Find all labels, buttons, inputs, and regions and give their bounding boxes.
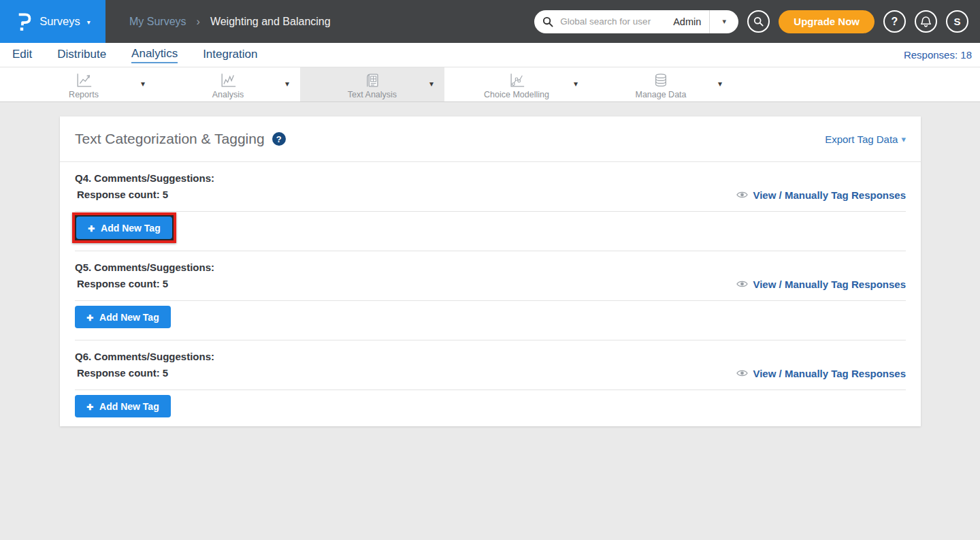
page-content: Text Categorization & Tagging ? Export T… [0,102,980,426]
search-button[interactable] [747,10,770,33]
tab-integration[interactable]: Integration [203,47,257,63]
chevron-down-icon [901,134,906,144]
question-section-q6: Q6. Comments/Suggestions: Response count… [60,340,921,422]
responses-count: Responses: 18 [904,49,972,61]
eye-icon [736,280,748,288]
response-count: Response count: 5 [75,188,168,202]
question-section-q4: Q4. Comments/Suggestions: Response count… [60,162,921,251]
topbar-actions: Admin Upgrade Now ? S [534,0,980,43]
survey-nav: Edit Distribute Analytics Integration Re… [0,43,980,67]
card-header: Text Categorization & Tagging ? Export T… [60,116,921,162]
toolbar-item-choice-modelling[interactable]: Choice Modelling [444,67,589,101]
search-icon [753,16,764,27]
divider [75,300,906,301]
question-label: Q6. Comments/Suggestions: [75,350,906,364]
chevron-down-icon[interactable] [429,79,434,89]
tab-edit[interactable]: Edit [12,47,32,63]
global-search-input[interactable] [559,16,673,27]
scatter-chart-icon [508,70,525,89]
annotation-highlight-box: Add New Tag [72,212,176,243]
help-badge-icon[interactable]: ? [272,132,286,146]
plus-icon [88,223,95,234]
eye-icon [736,191,748,199]
button-wrap: Add New Tag [75,395,171,417]
response-count: Response count: 5 [75,366,168,380]
tab-distribute[interactable]: Distribute [57,47,106,63]
logo-p-icon [15,10,33,33]
question-label: Q5. Comments/Suggestions: [75,261,906,274]
chevron-down-icon[interactable] [718,79,722,89]
help-button[interactable]: ? [883,10,906,33]
plus-icon [86,312,93,323]
database-icon [652,70,670,89]
button-wrap: Add New Tag [75,306,171,328]
tab-analytics[interactable]: Analytics [131,46,178,63]
divider [75,390,906,390]
breadcrumb: My Surveys › Weighting and Balancing [129,0,331,43]
add-new-tag-button[interactable]: Add New Tag [76,217,172,239]
line-chart-icon [75,70,93,89]
plus-icon [86,401,93,412]
surveys-app-menu[interactable]: Surveys [0,0,105,43]
upgrade-now-button[interactable]: Upgrade Now [779,10,875,33]
breadcrumb-my-surveys[interactable]: My Surveys [129,16,186,28]
view-manually-tag-link[interactable]: View / Manually Tag Responses [736,189,906,201]
export-tag-data-menu[interactable]: Export Tag Data [825,133,906,145]
toolbar-item-manage-data[interactable]: Manage Data [589,67,733,101]
view-manually-tag-link[interactable]: View / Manually Tag Responses [736,368,906,379]
analytics-toolbar: Reports Analysis Text Analysis [0,67,980,102]
response-count: Response count: 5 [75,277,168,291]
breadcrumb-current-survey: Weighting and Balancing [210,16,331,28]
top-bar: Surveys My Surveys › Weighting and Balan… [0,0,980,43]
chevron-down-icon[interactable] [574,79,578,89]
chevron-down-icon [87,18,91,26]
bell-icon [920,16,932,28]
search-icon [542,16,553,27]
toolbar-item-text-analysis[interactable]: Text Analysis [300,67,444,101]
add-new-tag-button[interactable]: Add New Tag [75,306,171,328]
chevron-down-icon[interactable] [285,79,289,89]
text-tagging-card: Text Categorization & Tagging ? Export T… [60,116,921,426]
eye-icon [736,369,748,377]
toolbar-item-reports[interactable]: Reports [12,67,156,101]
global-search: Admin [534,10,738,33]
search-scope-chevron-down-icon[interactable] [710,17,738,26]
toolbar-item-analysis[interactable]: Analysis [156,67,300,101]
question-section-q5: Q5. Comments/Suggestions: Response count… [60,251,921,340]
app-menu-label: Surveys [39,15,80,28]
user-avatar[interactable]: S [946,10,968,33]
notifications-button[interactable] [915,10,937,33]
search-scope-value[interactable]: Admin [673,16,709,27]
question-label: Q4. Comments/Suggestions: [75,172,906,185]
report-document-icon [363,70,381,89]
breadcrumb-separator: › [197,16,200,28]
trend-chart-icon [219,70,237,89]
divider [75,211,906,212]
add-new-tag-button[interactable]: Add New Tag [75,395,171,417]
view-manually-tag-link[interactable]: View / Manually Tag Responses [736,279,906,290]
chevron-down-icon[interactable] [141,79,145,89]
page-title: Text Categorization & Tagging [75,131,265,147]
